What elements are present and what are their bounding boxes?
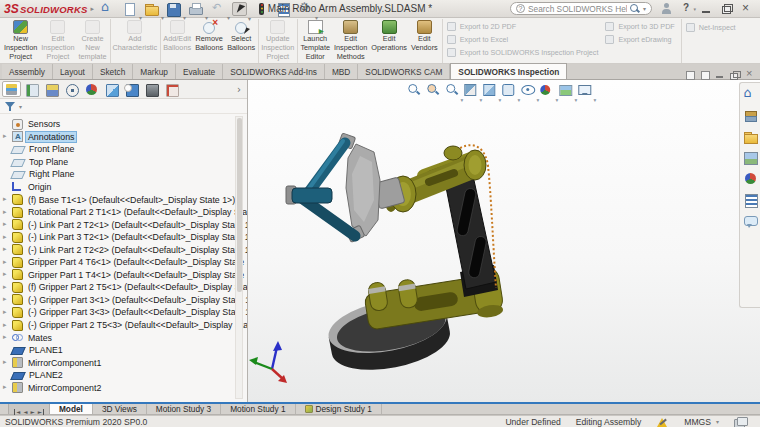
tree-item[interactable]: (-) Link Part 3 T2<1> (Default<<Default>… [3, 231, 247, 244]
tree-item[interactable]: PLANE2 [3, 369, 247, 382]
save-icon[interactable] [166, 2, 181, 16]
search-dropdown-caret-icon[interactable]: ▾ [643, 5, 646, 12]
tree-item[interactable]: Gripper Part 4 T6<1> (Default<<Default>_… [3, 256, 247, 269]
tree-item[interactable]: (-) Gripper Part 2 T5<3> (Default<<Defau… [3, 319, 247, 332]
doc-minimize-icon[interactable] [715, 70, 724, 79]
robot-arm-model[interactable] [248, 80, 760, 402]
dropdown-caret-icon[interactable] [480, 88, 483, 106]
panel-scrollbar[interactable] [235, 116, 243, 399]
new-document-icon[interactable] [122, 2, 137, 16]
tree-item[interactable]: Rotational Part 2 T1<1> (Default<<Defaul… [3, 206, 247, 219]
ribbon-button[interactable]: Edit Inspection Project [39, 19, 76, 63]
close-icon[interactable] [741, 3, 752, 14]
dropdown-caret-icon[interactable] [205, 6, 208, 24]
options-gear-icon[interactable] [298, 2, 313, 16]
expand-arrow-icon[interactable] [3, 309, 12, 316]
bottom-tab[interactable]: Motion Study 1 [221, 404, 295, 414]
ribbon-button[interactable]: Create New template [77, 19, 109, 63]
more-tabs-chevron[interactable]: › [237, 84, 245, 95]
command-tab[interactable]: SOLIDWORKS Add-Ins [223, 64, 325, 79]
doc-restore-icon[interactable] [730, 70, 739, 79]
graphics-area[interactable] [248, 80, 760, 402]
tree-item[interactable]: Front Plane [3, 143, 247, 156]
cascade-window-icon[interactable] [685, 70, 694, 79]
tree-item[interactable]: (f) Base T1<1> (Default<<Default>_Displa… [3, 193, 247, 206]
dimxpertmanager-icon[interactable] [62, 81, 81, 97]
command-tab[interactable]: MBD [325, 64, 358, 79]
tree-item[interactable]: (f) Gripper Part 2 T5<1> (Default<<Defau… [3, 281, 247, 294]
command-tab[interactable]: SOLIDWORKS Inspection [450, 63, 567, 79]
ribbon-button[interactable]: Add Characteristic [110, 19, 160, 63]
dropdown-caret-icon[interactable] [248, 7, 251, 25]
apply-scene-icon[interactable] [559, 83, 574, 97]
file-explorer-icon[interactable] [743, 130, 758, 144]
help-search-box[interactable]: ? Search SOLIDWORKS Help ▾ [510, 2, 652, 15]
design-library-icon[interactable] [743, 109, 758, 123]
previous-tab-icon[interactable] [23, 401, 27, 417]
appearances-scenes-icon[interactable] [743, 172, 758, 186]
export-button[interactable]: Export to SOLIDWORKS Inspection Project [447, 48, 599, 57]
command-tab[interactable]: Markup [133, 64, 176, 79]
command-tab[interactable]: Sketch [93, 64, 133, 79]
featuremanager-tree-icon[interactable] [2, 81, 21, 97]
bottom-tab[interactable]: Design Study 1 [296, 404, 382, 414]
tree-item[interactable]: Mates [3, 331, 247, 344]
last-tab-icon[interactable] [38, 401, 44, 417]
expand-arrow-icon[interactable] [3, 334, 12, 341]
minimize-icon[interactable] [701, 3, 712, 14]
expand-arrow-icon[interactable] [3, 133, 12, 140]
expand-arrow-icon[interactable] [3, 284, 12, 291]
expand-arrow-icon[interactable] [3, 322, 12, 329]
tree-item[interactable]: Right Plane [3, 168, 247, 181]
panel-splitter-handle[interactable] [124, 84, 132, 92]
help-icon[interactable] [681, 3, 692, 14]
ribbon-button[interactable]: Edit Operations [369, 19, 409, 63]
tree-item[interactable]: Sensors [3, 118, 247, 131]
dropdown-caret-icon[interactable] [594, 88, 597, 106]
tree-item[interactable]: (-) Link Part 2 T2<1> (Default<<Default>… [3, 218, 247, 231]
view-orientation-icon[interactable] [483, 83, 498, 97]
dropdown-caret-icon[interactable] [556, 88, 559, 106]
display-style-icon[interactable] [502, 83, 517, 97]
ribbon-button[interactable]: Add/Edit Balloons [160, 19, 193, 63]
expand-arrow-icon[interactable] [3, 296, 12, 303]
command-tab[interactable]: Assembly [2, 64, 53, 79]
export-button[interactable]: Export to 2D PDF [447, 22, 599, 31]
undo-icon[interactable] [210, 2, 225, 16]
expand-arrow-icon[interactable] [3, 259, 12, 266]
tree-item[interactable]: PLANE1 [3, 344, 247, 357]
configurationmanager-icon[interactable] [42, 81, 61, 97]
dropdown-caret-icon[interactable] [161, 6, 164, 24]
net-inspect-button[interactable]: Net-Inspect [686, 23, 736, 32]
rebuild-icon[interactable] [254, 2, 269, 16]
open-icon[interactable] [144, 2, 159, 16]
command-tab[interactable]: SOLIDWORKS CAM [358, 64, 450, 79]
ribbon-button[interactable]: Update Inspection Project [258, 19, 296, 63]
tree-item[interactable]: Origin [3, 181, 247, 194]
dropdown-caret-icon[interactable] [518, 88, 521, 106]
custom-properties-icon[interactable] [743, 193, 758, 207]
forum-icon[interactable] [743, 214, 758, 228]
search-icon[interactable] [630, 4, 640, 14]
propertymanager-icon[interactable] [22, 81, 41, 97]
dropdown-caret-icon[interactable] [461, 88, 464, 106]
cam-feature-tree-icon[interactable] [102, 81, 121, 97]
expand-arrow-icon[interactable] [3, 359, 12, 366]
ribbon-button[interactable]: New Inspection Project [2, 19, 39, 63]
dropdown-caret-icon[interactable] [575, 88, 578, 106]
restore-icon[interactable] [721, 3, 732, 14]
inspection-manager-icon[interactable] [162, 81, 181, 97]
expand-arrow-icon[interactable] [3, 246, 12, 253]
expand-arrow-icon[interactable] [3, 234, 12, 241]
tree-item[interactable]: (-) Link Part 2 T2<2> (Default<<Default>… [3, 243, 247, 256]
previous-view-icon[interactable] [445, 83, 460, 97]
edit-appearance-icon[interactable] [540, 83, 555, 97]
export-button[interactable]: Export to 3D PDF [605, 22, 674, 31]
section-view-icon[interactable] [464, 83, 479, 97]
view-palette-icon[interactable] [743, 151, 758, 165]
expand-arrow-icon[interactable] [3, 196, 12, 203]
tree-item[interactable]: (-) Gripper Part 3<1> (Default<<Default>… [3, 294, 247, 307]
tree-item[interactable]: (-) Gripper Part 3<3> (Default<<Default>… [3, 306, 247, 319]
home-icon[interactable] [100, 2, 115, 16]
doc-close-icon[interactable] [745, 70, 754, 79]
